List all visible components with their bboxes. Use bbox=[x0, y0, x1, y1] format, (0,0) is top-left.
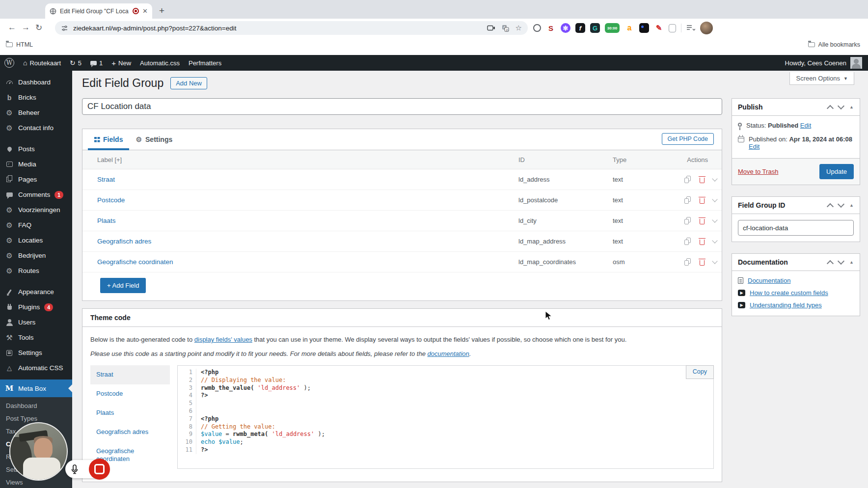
extension-circle-icon[interactable] bbox=[533, 24, 541, 32]
duplicate-icon[interactable] bbox=[684, 176, 691, 183]
duplicate-icon[interactable] bbox=[684, 258, 691, 266]
howdy-text[interactable]: Howdy, Cees Coenen bbox=[785, 59, 847, 67]
sidebar-item-users[interactable]: Users bbox=[0, 315, 72, 330]
duplicate-icon[interactable] bbox=[684, 238, 691, 245]
field-group-id-input[interactable] bbox=[738, 220, 854, 236]
field-label-link[interactable]: Straat bbox=[97, 176, 115, 183]
reload-icon[interactable]: ↻ bbox=[35, 23, 42, 33]
documentation-link[interactable]: documentation bbox=[428, 350, 469, 357]
browser-profile-avatar[interactable] bbox=[700, 22, 713, 34]
sidebar-item-contact-info[interactable]: ⚙Contact info bbox=[0, 120, 72, 136]
move-down-icon[interactable] bbox=[838, 103, 844, 109]
back-icon[interactable]: ← bbox=[8, 23, 16, 32]
sidebar-item-routes[interactable]: ⚙Routes bbox=[0, 263, 72, 278]
chevron-down-icon[interactable] bbox=[712, 258, 717, 264]
extension-pen-icon[interactable]: ✎ bbox=[654, 23, 664, 33]
site-name-menu[interactable]: ⌂ Routekaart bbox=[19, 55, 65, 71]
perfmatters-menu[interactable]: Perfmatters bbox=[184, 55, 226, 71]
trash-icon[interactable] bbox=[700, 260, 705, 266]
automatic-css-menu[interactable]: Automatic.css bbox=[136, 55, 184, 71]
chevron-down-icon[interactable] bbox=[712, 217, 717, 222]
sidebar-item-plugins[interactable]: Plugins4 bbox=[0, 299, 72, 315]
site-info-icon[interactable] bbox=[61, 25, 68, 32]
extension-amazon-icon[interactable]: a bbox=[624, 23, 634, 33]
duplicate-icon[interactable] bbox=[684, 196, 691, 204]
collapse-toggle-icon[interactable]: ▲ bbox=[849, 203, 854, 208]
code-tab-plaats[interactable]: Plaats bbox=[90, 404, 170, 423]
sidebar-item-settings[interactable]: Settings bbox=[0, 345, 72, 360]
code-tab-postcode[interactable]: Postcode bbox=[90, 384, 170, 404]
code-tab-straat[interactable]: Straat bbox=[90, 365, 170, 384]
move-up-icon[interactable] bbox=[827, 105, 834, 112]
trash-icon[interactable] bbox=[700, 219, 705, 224]
how-to-create-custom-fields-link[interactable]: How to create custom fields bbox=[750, 289, 828, 297]
chevron-down-icon[interactable] bbox=[712, 238, 717, 243]
collapse-toggle-icon[interactable]: ▲ bbox=[849, 105, 854, 109]
wp-logo-menu[interactable]: W bbox=[0, 55, 19, 71]
sidebar-item-meta-box[interactable]: MMeta Box bbox=[0, 380, 72, 397]
chevron-down-icon[interactable] bbox=[712, 176, 717, 181]
sidebar-item-locaties[interactable]: ⚙Locaties bbox=[0, 233, 72, 248]
microphone-icon[interactable] bbox=[71, 464, 79, 474]
sidebar-item-faq[interactable]: ⚙FAQ bbox=[0, 217, 72, 233]
forward-icon[interactable]: → bbox=[22, 23, 30, 32]
documentation-link[interactable]: Documentation bbox=[748, 277, 790, 284]
move-to-trash-link[interactable]: Move to Trash bbox=[738, 168, 778, 175]
new-tab-button[interactable]: + bbox=[159, 5, 164, 16]
translate-icon[interactable]: A あ bbox=[502, 25, 509, 32]
update-button[interactable]: Update bbox=[819, 164, 854, 179]
extension-flower-icon[interactable]: ✻ bbox=[561, 23, 570, 33]
all-bookmarks[interactable]: Alle bookmarks bbox=[808, 41, 860, 48]
field-label-link[interactable]: Geografische coordinaten bbox=[97, 258, 173, 266]
new-content-menu[interactable]: + New bbox=[107, 55, 136, 71]
chevron-down-icon[interactable] bbox=[712, 196, 717, 202]
understanding-field-types-link[interactable]: Understanding field types bbox=[750, 301, 822, 309]
sidebar-item-tools[interactable]: ⚒Tools bbox=[0, 330, 72, 345]
field-label-link[interactable]: Plaats bbox=[97, 217, 116, 224]
move-down-icon[interactable] bbox=[838, 258, 844, 265]
trash-icon[interactable] bbox=[700, 198, 705, 204]
sidebar-item-dashboard[interactable]: Dashboard bbox=[0, 75, 72, 90]
extension-g-icon[interactable]: G bbox=[590, 23, 600, 33]
field-group-title-input[interactable] bbox=[82, 98, 722, 115]
bookmark-star-icon[interactable]: ☆ bbox=[515, 24, 522, 32]
move-up-icon[interactable] bbox=[827, 203, 834, 210]
get-php-code-button[interactable]: Get PHP Code bbox=[662, 133, 714, 145]
sidebar-item-media[interactable]: Media bbox=[0, 157, 72, 172]
sidebar-item-pages[interactable]: Pages bbox=[0, 172, 72, 187]
tab-settings[interactable]: ⚙ Settings bbox=[135, 129, 173, 150]
duplicate-icon[interactable] bbox=[684, 217, 691, 224]
submenu-item-dashboard[interactable]: Dashboard bbox=[0, 399, 72, 412]
code-tab-geografisch-adres[interactable]: Geografisch adres bbox=[90, 423, 170, 442]
sidebar-item-voorzieningen[interactable]: ⚙Voorzieningen bbox=[0, 202, 72, 217]
sidebar-item-beheer[interactable]: ⚙Beheer bbox=[0, 105, 72, 120]
add-new-button[interactable]: Add New bbox=[170, 77, 207, 89]
trash-icon[interactable] bbox=[700, 178, 705, 183]
bookmark-html-folder[interactable]: HTML bbox=[6, 41, 33, 48]
tab-close-icon[interactable]: ✕ bbox=[142, 8, 148, 14]
address-bar[interactable]: ziedekaart.nl/wp-admin/post.php?post=227… bbox=[55, 21, 528, 35]
copy-button[interactable]: Copy bbox=[686, 365, 714, 379]
extension-timer-icon[interactable]: 30:00 bbox=[605, 23, 620, 33]
edit-status-link[interactable]: Edit bbox=[800, 122, 811, 129]
display-fields-values-link[interactable]: display fields' values bbox=[194, 336, 252, 343]
add-field-button[interactable]: + Add Field bbox=[100, 278, 146, 293]
sidebar-item-posts[interactable]: Posts bbox=[0, 141, 72, 157]
extension-clipboard-icon[interactable] bbox=[669, 24, 676, 32]
browser-tab[interactable]: Edit Field Group "CF Loca ✕ bbox=[45, 3, 152, 19]
extension-f-icon[interactable]: f bbox=[575, 23, 585, 33]
user-avatar[interactable] bbox=[850, 57, 862, 69]
url-text[interactable]: ziedekaart.nl/wp-admin/post.php?post=227… bbox=[73, 25, 487, 32]
reading-list-icon[interactable] bbox=[686, 25, 695, 31]
edit-published-date-link[interactable]: Edit bbox=[749, 143, 760, 150]
extension-ink-icon[interactable] bbox=[639, 23, 649, 33]
field-label-link[interactable]: Postcode bbox=[97, 196, 125, 204]
camera-icon[interactable] bbox=[487, 25, 495, 31]
extension-s-icon[interactable]: S bbox=[546, 23, 556, 33]
tab-fields[interactable]: Fields bbox=[93, 129, 124, 150]
comments-menu[interactable]: 1 bbox=[86, 55, 107, 71]
screen-options-button[interactable]: Screen Options ▼ bbox=[789, 72, 854, 85]
collapse-toggle-icon[interactable]: ▲ bbox=[849, 260, 854, 265]
move-down-icon[interactable] bbox=[838, 201, 844, 208]
sidebar-item-bricks[interactable]: bBricks bbox=[0, 90, 72, 105]
